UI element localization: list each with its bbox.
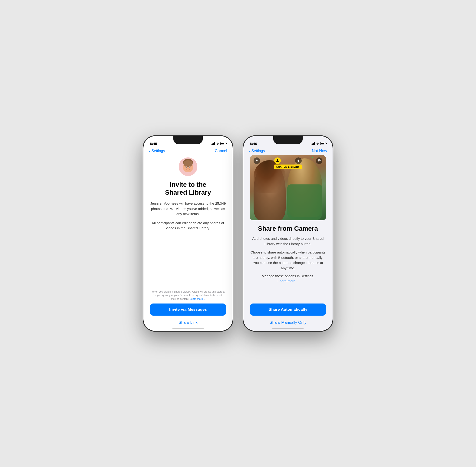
- phone-1-screen: 8:45 ⊛ ‹ Settings Cancel: [143, 136, 233, 331]
- time-2: 8:46: [250, 142, 257, 146]
- invite-title: Invite to theShared Library: [150, 181, 226, 196]
- screen-content-2: SHARED LIBRARY Share from Camera Add pho…: [243, 155, 333, 327]
- avatar-container-1: [150, 157, 226, 176]
- back-label-1: Settings: [151, 149, 165, 153]
- svg-point-10: [277, 159, 278, 161]
- svg-marker-11: [297, 159, 300, 162]
- phone-1: 8:45 ⊛ ‹ Settings Cancel: [143, 135, 233, 332]
- status-icons-1: ⊛: [211, 142, 226, 145]
- manage-note: Manage these options in Settings.: [250, 274, 326, 278]
- share-automatically-button[interactable]: Share Automatically: [250, 303, 326, 316]
- learn-more-row: Manage these options in Settings. Learn …: [250, 274, 326, 283]
- screen-content-1: Invite to theShared Library Jennifer Voo…: [143, 155, 233, 327]
- signal-icon-1: [211, 142, 215, 145]
- footer-note-1: When you create a Shared Library, iCloud…: [150, 290, 226, 303]
- invite-messages-button[interactable]: Invite via Messages: [150, 303, 226, 316]
- svg-point-8: [187, 168, 189, 169]
- camera-settings-icon[interactable]: [316, 157, 322, 164]
- home-bar-1: [173, 328, 204, 329]
- avatar-1: [179, 157, 197, 176]
- svg-point-6: [186, 167, 187, 168]
- memoji-svg: [179, 157, 197, 176]
- svg-point-7: [189, 167, 190, 168]
- back-arrow-icon-2: ‹: [249, 149, 251, 153]
- camera-green-dot: [312, 157, 313, 158]
- not-now-button[interactable]: Not Now: [312, 149, 327, 153]
- wifi-icon-2: ⊛: [316, 142, 319, 145]
- camera-arrow-icon[interactable]: [295, 157, 302, 164]
- svg-point-12: [318, 160, 320, 161]
- cancel-button-1[interactable]: Cancel: [215, 149, 227, 153]
- share-camera-title: Share from Camera: [250, 225, 326, 232]
- notch-2: [273, 136, 303, 144]
- learn-more-link-2[interactable]: Learn more...: [277, 279, 298, 283]
- notch-1: [173, 136, 203, 144]
- phone-2-screen: 8:46 ⊛ ‹ Settings Not Now: [243, 136, 333, 331]
- status-icons-2: ⊛: [311, 142, 326, 145]
- back-arrow-icon-1: ‹: [149, 149, 150, 153]
- home-bar-2: [272, 328, 303, 329]
- svg-point-13: [318, 159, 320, 162]
- back-button-1[interactable]: ‹ Settings: [149, 149, 165, 153]
- svg-point-3: [183, 160, 193, 167]
- phone-2: 8:46 ⊛ ‹ Settings Not Now: [243, 135, 333, 332]
- svg-marker-9: [256, 159, 258, 163]
- learn-more-link-1[interactable]: Learn more...: [190, 298, 205, 300]
- library-person-icon[interactable]: [274, 157, 281, 164]
- share-camera-desc-1: Add photos and videos directly to your S…: [250, 236, 326, 246]
- signal-icon-2: [311, 142, 315, 145]
- invite-desc-2: All participants can edit or delete any …: [150, 221, 226, 231]
- nav-bar-1: ‹ Settings Cancel: [143, 148, 233, 155]
- share-camera-desc-2: Choose to share automatically when parti…: [250, 250, 326, 271]
- time-1: 8:45: [150, 142, 157, 146]
- back-button-2[interactable]: ‹ Settings: [249, 149, 265, 153]
- camera-preview: SHARED LIBRARY: [250, 155, 326, 220]
- invite-desc-1: Jennifer Voorhees will have access to th…: [150, 201, 226, 217]
- battery-icon-2: [320, 142, 326, 145]
- shared-library-badge: SHARED LIBRARY: [274, 165, 302, 169]
- flash-icon[interactable]: [254, 157, 260, 164]
- share-link-button[interactable]: Share Link: [150, 318, 226, 327]
- camera-ui: SHARED LIBRARY: [250, 155, 326, 220]
- wifi-icon-1: ⊛: [216, 142, 219, 145]
- nav-bar-2: ‹ Settings Not Now: [243, 148, 333, 155]
- back-label-2: Settings: [251, 149, 265, 153]
- share-manually-button[interactable]: Share Manually Only: [250, 318, 326, 327]
- battery-icon-1: [220, 142, 226, 145]
- camera-top-controls: [250, 157, 326, 164]
